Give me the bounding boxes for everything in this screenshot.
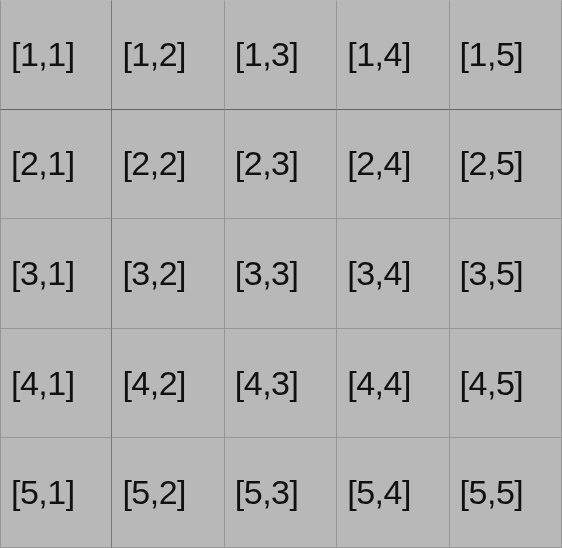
- cell-5-5: [5,5]: [450, 438, 562, 548]
- cell-1-2: [1,2]: [112, 0, 224, 110]
- cell-3-5: [3,5]: [450, 219, 562, 329]
- cell-4-1: [4,1]: [0, 329, 112, 439]
- cell-2-5: [2,5]: [450, 110, 562, 220]
- cell-3-2: [3,2]: [112, 219, 224, 329]
- cell-5-1: [5,1]: [0, 438, 112, 548]
- cell-1-4: [1,4]: [337, 0, 449, 110]
- cell-4-5: [4,5]: [450, 329, 562, 439]
- cell-1-3: [1,3]: [225, 0, 337, 110]
- cell-5-2: [5,2]: [112, 438, 224, 548]
- cell-5-3: [5,3]: [225, 438, 337, 548]
- coordinate-grid: [1,1] [1,2] [1,3] [1,4] [1,5] [2,1] [2,2…: [0, 0, 562, 548]
- cell-4-2: [4,2]: [112, 329, 224, 439]
- cell-3-1: [3,1]: [0, 219, 112, 329]
- cell-2-1: [2,1]: [0, 110, 112, 220]
- cell-1-5: [1,5]: [450, 0, 562, 110]
- cell-2-3: [2,3]: [225, 110, 337, 220]
- cell-4-4: [4,4]: [337, 329, 449, 439]
- cell-3-3: [3,3]: [225, 219, 337, 329]
- cell-5-4: [5,4]: [337, 438, 449, 548]
- cell-2-2: [2,2]: [112, 110, 224, 220]
- cell-2-4: [2,4]: [337, 110, 449, 220]
- cell-3-4: [3,4]: [337, 219, 449, 329]
- cell-1-1: [1,1]: [0, 0, 112, 110]
- cell-4-3: [4,3]: [225, 329, 337, 439]
